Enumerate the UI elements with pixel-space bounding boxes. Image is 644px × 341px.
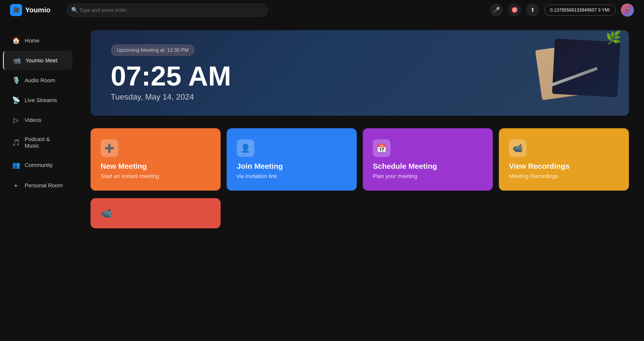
play-icon: ▷	[12, 116, 20, 124]
home-icon: 🏠	[12, 37, 20, 45]
sidebar-label-personal-room: Personal Room	[25, 182, 63, 189]
sidebar-item-community[interactable]: 👥 Community	[3, 156, 72, 175]
sidebar: 🏠 Home 📹 Youmio Meet 🎙️ Audio Room 📡 Liv…	[0, 20, 75, 341]
schedule-meeting-icon-wrap: 📅	[373, 139, 390, 157]
person-plus-icon: 👤	[240, 143, 251, 153]
sidebar-item-live-streams[interactable]: 📡 Live Streams	[3, 91, 72, 110]
microphone-button[interactable]: 🎤	[490, 4, 503, 17]
view-recordings-card[interactable]: 📹 View Recordings Meeting Recordings	[499, 128, 629, 191]
new-meeting-icon-wrap: ➕	[101, 139, 118, 157]
topbar: 🎥 Youmio 🔍 🎤 🎯 ⬆ 0.13785566133949607 3 Y…	[0, 0, 644, 20]
schedule-meeting-card[interactable]: 📅 Schedule Meeting Plan your meeting	[363, 128, 493, 191]
action-cards: ➕ New Meeting Start an instant meeting 👤…	[91, 128, 629, 191]
hero-banner: 🌿 Upcoming Meeting at: 12:30 PM 07:25 AM…	[91, 30, 629, 116]
join-meeting-subtitle: via invitation link	[237, 173, 347, 180]
calendar-icon: 📅	[377, 143, 387, 153]
microphone-icon: 🎙️	[12, 76, 20, 84]
avatar[interactable]: 🦸	[621, 4, 634, 17]
join-meeting-icon-wrap: 👤	[237, 139, 254, 157]
recordings-camera-icon: 📹	[513, 143, 523, 153]
view-recordings-icon-wrap: 📹	[509, 139, 527, 157]
sidebar-label-audio-room: Audio Room	[25, 77, 55, 84]
target-button[interactable]: 🎯	[508, 4, 521, 17]
main-layout: 🏠 Home 📹 Youmio Meet 🎙️ Audio Room 📡 Liv…	[0, 20, 644, 341]
partial-cards-row: 📹	[91, 198, 629, 228]
sidebar-label-podcast-music: Podcast & Music	[25, 136, 63, 149]
logo-icon: 🎥	[10, 4, 22, 16]
upcoming-text: Upcoming Meeting at: 12:30 PM	[117, 47, 189, 53]
new-meeting-subtitle: Start an instant meeting	[101, 173, 211, 180]
avatar-emoji: 🦸	[624, 7, 631, 14]
sidebar-label-videos: Videos	[25, 117, 42, 123]
community-icon: 👥	[12, 161, 20, 169]
video-icon: 📹	[13, 57, 20, 64]
partial-card-1[interactable]: 📹	[91, 198, 221, 228]
logo-area[interactable]: 🎥 Youmio	[10, 4, 51, 16]
search-icon: 🔍	[71, 7, 78, 13]
notebook-dark-decoration	[552, 38, 620, 97]
partial-card-icon: 📹	[101, 208, 112, 219]
sidebar-item-podcast-music[interactable]: 🎵 Podcast & Music	[3, 131, 72, 155]
join-meeting-title: Join Meeting	[237, 162, 347, 170]
upload-button[interactable]: ⬆	[526, 4, 539, 17]
plus-icon: ＋	[12, 181, 20, 190]
new-meeting-title: New Meeting	[101, 162, 211, 170]
sidebar-label-live-streams: Live Streams	[25, 97, 57, 104]
app-name: Youmio	[25, 6, 51, 14]
view-recordings-title: View Recordings	[509, 162, 619, 170]
topbar-icons: 🎤 🎯 ⬆ 0.13785566133949607 3 YMI 🦸	[490, 4, 634, 17]
plus-circle-icon: ➕	[104, 143, 114, 153]
sidebar-item-videos[interactable]: ▷ Videos	[3, 111, 72, 130]
sidebar-item-home[interactable]: 🏠 Home	[3, 31, 72, 50]
content-area: 🌿 Upcoming Meeting at: 12:30 PM 07:25 AM…	[75, 20, 644, 341]
plant-decoration: 🌿	[606, 30, 621, 45]
new-meeting-card[interactable]: ➕ New Meeting Start an instant meeting	[91, 128, 221, 191]
sidebar-label-community: Community	[25, 162, 53, 168]
upcoming-badge: Upcoming Meeting at: 12:30 PM	[111, 44, 195, 56]
hero-time: 07:25 AM	[111, 62, 609, 90]
schedule-meeting-subtitle: Plan your meeting	[373, 173, 483, 180]
hero-date: Tuesday, May 14, 2024	[111, 92, 609, 102]
sidebar-item-personal-room[interactable]: ＋ Personal Room	[3, 176, 72, 195]
music-icon: 🎵	[12, 139, 20, 147]
sidebar-label-youmio-meet: Youmio Meet	[25, 57, 58, 64]
sidebar-label-home: Home	[25, 37, 39, 44]
sidebar-item-audio-room[interactable]: 🎙️ Audio Room	[3, 71, 72, 90]
view-recordings-subtitle: Meeting Recordings	[509, 173, 619, 180]
crypto-balance[interactable]: 0.13785566133949607 3 YMI	[544, 5, 616, 16]
join-meeting-card[interactable]: 👤 Join Meeting via invitation link	[227, 128, 357, 191]
schedule-meeting-title: Schedule Meeting	[373, 162, 483, 170]
search-bar: 🔍	[67, 4, 268, 17]
sidebar-item-youmio-meet[interactable]: 📹 Youmio Meet	[3, 51, 72, 70]
search-input[interactable]	[67, 4, 268, 17]
broadcast-icon: 📡	[12, 96, 20, 104]
